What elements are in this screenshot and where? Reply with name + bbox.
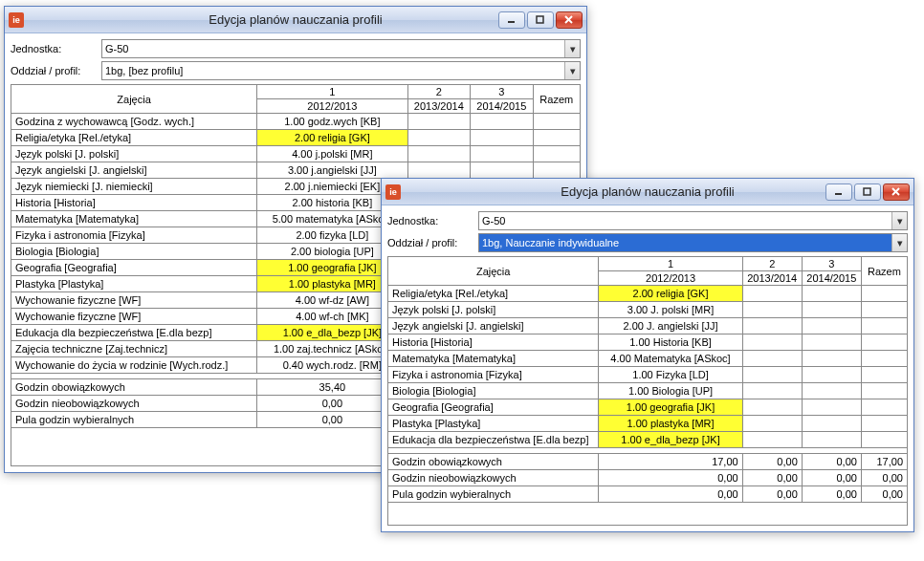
- table-row[interactable]: Religia/etyka [Rel./etyka]2.00 religia […: [11, 130, 581, 146]
- close-button[interactable]: [556, 11, 583, 29]
- profile-dropdown[interactable]: 1bg, Nauczanie indywidualne ▾: [478, 233, 908, 252]
- value-cell-total: [533, 130, 580, 146]
- summary-label: Pula godzin wybieralnych: [11, 412, 257, 428]
- subject-cell: Zajęcia techniczne [Zaj.technicz]: [11, 341, 257, 357]
- value-cell-year2[interactable]: [742, 367, 802, 383]
- maximize-button[interactable]: [854, 183, 881, 201]
- value-cell-year1[interactable]: 1.00 godz.wych [KB]: [257, 114, 407, 130]
- chevron-down-icon: ▾: [891, 212, 907, 229]
- value-cell-year2[interactable]: [407, 146, 471, 162]
- value-cell-year3[interactable]: [471, 130, 534, 146]
- value-cell-year2[interactable]: [742, 302, 802, 318]
- value-cell-total: [861, 383, 907, 399]
- subject-cell: Plastyka [Plastyka]: [11, 276, 257, 292]
- value-cell-year1[interactable]: 1.00 Fizyka [LD]: [599, 367, 742, 383]
- summary-label: Godzin nieobowiązkowych: [388, 470, 599, 486]
- svg-rect-1: [537, 16, 543, 23]
- table-row[interactable]: Plastyka [Plastyka]1.00 plastyka [MR]: [388, 416, 908, 432]
- table-row[interactable]: Edukacja dla bezpieczeństwa [E.dla bezp]…: [388, 432, 908, 448]
- value-cell-year2[interactable]: [742, 334, 802, 351]
- subject-cell: Biologia [Biologia]: [11, 244, 257, 260]
- value-cell-year2[interactable]: [742, 286, 802, 302]
- unit-dropdown[interactable]: G-50 ▾: [478, 211, 908, 230]
- value-cell-year2[interactable]: [742, 318, 802, 334]
- summary-val-year2: 0,00: [742, 454, 802, 470]
- table-row[interactable]: Historia [Historia]1.00 Historia [KB]: [388, 334, 908, 351]
- minimize-button[interactable]: [498, 11, 525, 29]
- value-cell-year1[interactable]: 4.00 j.polski [MR]: [257, 146, 407, 162]
- table-row[interactable]: Biologia [Biologia]1.00 Biologia [UP]: [388, 383, 908, 399]
- value-cell-year2[interactable]: [742, 351, 802, 367]
- subject-cell: Edukacja dla bezpieczeństwa [E.dla bezp]: [11, 325, 257, 341]
- maximize-button[interactable]: [527, 11, 554, 29]
- value-cell-year3[interactable]: [802, 286, 861, 302]
- table-row[interactable]: Język polski [J. polski]3.00 J. polski […: [388, 302, 908, 318]
- value-cell-year3[interactable]: [802, 334, 861, 351]
- value-cell-year1[interactable]: 1.00 plastyka [MR]: [599, 416, 742, 432]
- value-cell-year3[interactable]: [802, 318, 861, 334]
- app-icon: ie: [385, 184, 401, 200]
- subject-cell: Geografia [Geografia]: [11, 260, 257, 276]
- summary-label: Godzin obowiązkowych: [388, 454, 599, 470]
- value-cell-year1[interactable]: 1.00 e_dla_bezp [JK]: [599, 432, 742, 448]
- summary-row: Godzin nieobowiązkowych0,000,000,000,00: [388, 470, 908, 486]
- value-cell-year3[interactable]: [802, 383, 861, 399]
- summary-val-year1: 0,00: [599, 470, 742, 486]
- value-cell-year2[interactable]: [742, 383, 802, 399]
- table-row[interactable]: Fizyka i astronomia [Fizyka]1.00 Fizyka …: [388, 367, 908, 383]
- value-cell-total: [861, 318, 907, 334]
- table-row[interactable]: Godzina z wychowawcą [Godz. wych.]1.00 g…: [11, 114, 581, 130]
- subject-cell: Język niemiecki [J. niemiecki]: [11, 179, 257, 195]
- subject-cell: Język angielski [J. angielski]: [388, 318, 599, 334]
- table-row[interactable]: Język polski [J. polski]4.00 j.polski [M…: [11, 146, 581, 162]
- minimize-button[interactable]: [825, 183, 852, 201]
- value-cell-year2[interactable]: [407, 162, 471, 179]
- summary-val-year1: 0,00: [599, 486, 742, 503]
- value-cell-year1[interactable]: 1.00 Biologia [UP]: [599, 383, 742, 399]
- value-cell-year2[interactable]: [742, 416, 802, 432]
- value-cell-year1[interactable]: 1.00 geografia [JK]: [599, 399, 742, 416]
- value-cell-year3[interactable]: [471, 114, 534, 130]
- value-cell-year2[interactable]: [742, 399, 802, 416]
- unit-dropdown[interactable]: G-50 ▾: [101, 39, 581, 58]
- value-cell-year2[interactable]: [742, 432, 802, 448]
- value-cell-year3[interactable]: [802, 416, 861, 432]
- table-row[interactable]: Język angielski [J. angielski]3.00 j.ang…: [11, 162, 581, 179]
- value-cell-year3[interactable]: [802, 367, 861, 383]
- value-cell-year2[interactable]: [407, 130, 471, 146]
- unit-value: G-50: [482, 215, 505, 227]
- summary-val-total: 17,00: [861, 454, 907, 470]
- value-cell-year3[interactable]: [802, 351, 861, 367]
- value-cell-year1[interactable]: 2.00 religia [GK]: [599, 286, 742, 302]
- value-cell-year1[interactable]: 2.00 J. angielski [JJ]: [599, 318, 742, 334]
- titlebar[interactable]: ie Edycja planów nauczania profili: [5, 7, 586, 33]
- subject-cell: Język angielski [J. angielski]: [11, 162, 257, 179]
- summary-val-year2: 0,00: [742, 486, 802, 503]
- table-row[interactable]: Język angielski [J. angielski]2.00 J. an…: [388, 318, 908, 334]
- value-cell-year1[interactable]: 1.00 Historia [KB]: [599, 334, 742, 351]
- chevron-down-icon: ▾: [564, 40, 580, 57]
- value-cell-year3[interactable]: [802, 399, 861, 416]
- value-cell-year2[interactable]: [407, 114, 471, 130]
- subject-cell: Wychowanie fizyczne [WF]: [11, 309, 257, 325]
- profile-dropdown[interactable]: 1bg, [bez profilu] ▾: [101, 61, 581, 80]
- subject-cell: Matematyka [Matematyka]: [11, 211, 257, 227]
- value-cell-year1[interactable]: 3.00 J. polski [MR]: [599, 302, 742, 318]
- value-cell-year1[interactable]: 4.00 Matematyka [ASkoc]: [599, 351, 742, 367]
- table-row[interactable]: Geografia [Geografia]1.00 geografia [JK]: [388, 399, 908, 416]
- table-row[interactable]: Matematyka [Matematyka]4.00 Matematyka […: [388, 351, 908, 367]
- titlebar[interactable]: ie Edycja planów nauczania profili: [382, 179, 913, 205]
- close-button[interactable]: [883, 183, 910, 201]
- value-cell-year3[interactable]: [802, 432, 861, 448]
- value-cell-year1[interactable]: 3.00 j.angielski [JJ]: [257, 162, 407, 179]
- table-row[interactable]: Religia/etyka [Rel./etyka]2.00 religia […: [388, 286, 908, 302]
- profile-value: 1bg, [bez profilu]: [105, 65, 183, 76]
- subject-cell: Fizyka i astronomia [Fizyka]: [388, 367, 599, 383]
- value-cell-total: [861, 302, 907, 318]
- value-cell-year1[interactable]: 2.00 religia [GK]: [257, 130, 407, 146]
- summary-label: Godzin nieobowiązkowych: [11, 396, 257, 412]
- value-cell-year3[interactable]: [471, 146, 534, 162]
- value-cell-year3[interactable]: [802, 302, 861, 318]
- col-total: Razem: [861, 257, 907, 286]
- value-cell-year3[interactable]: [471, 162, 534, 179]
